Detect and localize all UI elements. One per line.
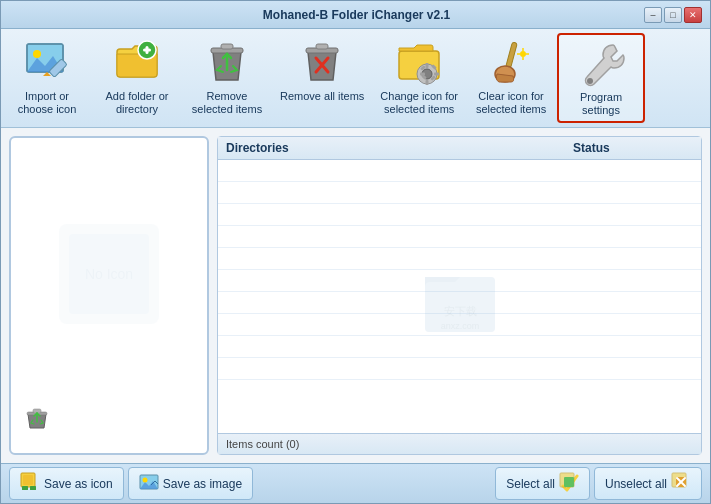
remove-selected-icon xyxy=(203,38,251,86)
add-folder-icon xyxy=(113,38,161,86)
small-recycle-icon xyxy=(23,406,51,441)
remove-all-label: Remove all items xyxy=(280,90,364,103)
directories-table-header: Directories Status xyxy=(218,137,701,160)
table-row[interactable] xyxy=(218,336,701,358)
import-icon xyxy=(23,38,71,86)
svg-rect-45 xyxy=(30,486,36,490)
import-icon-label: Import orchoose icon xyxy=(18,90,77,116)
change-icon-icon xyxy=(395,38,443,86)
remove-selected-label: Removeselected items xyxy=(192,90,262,116)
svg-rect-18 xyxy=(426,80,429,85)
remove-all-icon xyxy=(298,38,346,86)
main-window: Mohaned-B Folder iChanger v2.1 – □ ✕ xyxy=(0,0,711,504)
icon-preview-bottom xyxy=(19,402,199,445)
directories-panel: Directories Status 安下载 anxz.com xyxy=(217,136,702,455)
svg-rect-10 xyxy=(221,44,233,49)
unselect-all-button[interactable]: Unselect all xyxy=(594,467,702,500)
remove-all-button[interactable]: Remove all items xyxy=(273,33,371,123)
change-icon-label: Change icon forselected items xyxy=(380,90,458,116)
program-settings-icon xyxy=(577,39,625,87)
save-as-image-label: Save as image xyxy=(163,477,242,491)
svg-rect-25 xyxy=(506,42,518,68)
clear-icon-label: Clear icon forselected items xyxy=(476,90,546,116)
svg-point-27 xyxy=(520,51,526,57)
minimize-button[interactable]: – xyxy=(644,7,662,23)
table-row[interactable] xyxy=(218,248,701,270)
program-settings-button[interactable]: Programsettings xyxy=(557,33,645,123)
window-controls: – □ ✕ xyxy=(644,7,702,23)
status-bar: Save as icon Save as image Select all xyxy=(1,463,710,503)
main-content: No Icon xyxy=(1,128,710,463)
select-all-label: Select all xyxy=(506,477,555,491)
window-title: Mohaned-B Folder iChanger v2.1 xyxy=(69,8,644,22)
unselect-all-label: Unselect all xyxy=(605,477,667,491)
close-button[interactable]: ✕ xyxy=(684,7,702,23)
items-count: Items count (0) xyxy=(218,433,701,454)
table-row[interactable] xyxy=(218,160,701,182)
import-icon-button[interactable]: Import orchoose icon xyxy=(3,33,91,123)
save-as-icon-icon xyxy=(20,472,40,495)
icon-preview-panel: No Icon xyxy=(9,136,209,455)
svg-rect-50 xyxy=(564,477,574,487)
save-as-image-icon xyxy=(139,472,159,495)
svg-rect-12 xyxy=(316,44,328,49)
table-row[interactable] xyxy=(218,204,701,226)
svg-rect-43 xyxy=(23,475,33,485)
directories-table-body[interactable]: 安下载 anxz.com xyxy=(218,160,701,433)
svg-rect-17 xyxy=(426,63,429,68)
svg-text:No Icon: No Icon xyxy=(85,266,133,282)
clear-icon-icon xyxy=(487,38,535,86)
program-settings-label: Programsettings xyxy=(580,91,622,117)
maximize-button[interactable]: □ xyxy=(664,7,682,23)
icon-preview-area: No Icon xyxy=(19,146,199,402)
svg-point-3 xyxy=(33,50,41,58)
table-row[interactable] xyxy=(218,314,701,336)
add-folder-label: Add folder ordirectory xyxy=(106,90,169,116)
save-as-icon-button[interactable]: Save as icon xyxy=(9,467,124,500)
svg-rect-44 xyxy=(22,486,28,490)
svg-rect-20 xyxy=(434,73,439,76)
save-as-icon-label: Save as icon xyxy=(44,477,113,491)
svg-point-32 xyxy=(587,78,593,84)
select-all-button[interactable]: Select all xyxy=(495,467,590,500)
table-row[interactable] xyxy=(218,182,701,204)
directory-rows xyxy=(218,160,701,380)
status-col-header: Status xyxy=(573,141,693,155)
table-row[interactable] xyxy=(218,270,701,292)
table-row[interactable] xyxy=(218,226,701,248)
clear-icon-button[interactable]: Clear icon forselected items xyxy=(467,33,555,123)
table-row[interactable] xyxy=(218,292,701,314)
table-row[interactable] xyxy=(218,358,701,380)
select-all-icon xyxy=(559,472,579,495)
unselect-all-icon xyxy=(671,472,691,495)
title-bar: Mohaned-B Folder iChanger v2.1 – □ ✕ xyxy=(1,1,710,29)
svg-point-48 xyxy=(142,478,147,483)
icon-preview-watermark: No Icon xyxy=(49,214,169,334)
remove-selected-button[interactable]: Removeselected items xyxy=(183,33,271,123)
save-as-image-button[interactable]: Save as image xyxy=(128,467,253,500)
change-icon-button[interactable]: Change icon forselected items xyxy=(373,33,465,123)
add-folder-button[interactable]: Add folder ordirectory xyxy=(93,33,181,123)
svg-rect-8 xyxy=(146,46,149,54)
toolbar: Import orchoose icon Add folder ordirect… xyxy=(1,29,710,128)
directories-col-header: Directories xyxy=(226,141,573,155)
